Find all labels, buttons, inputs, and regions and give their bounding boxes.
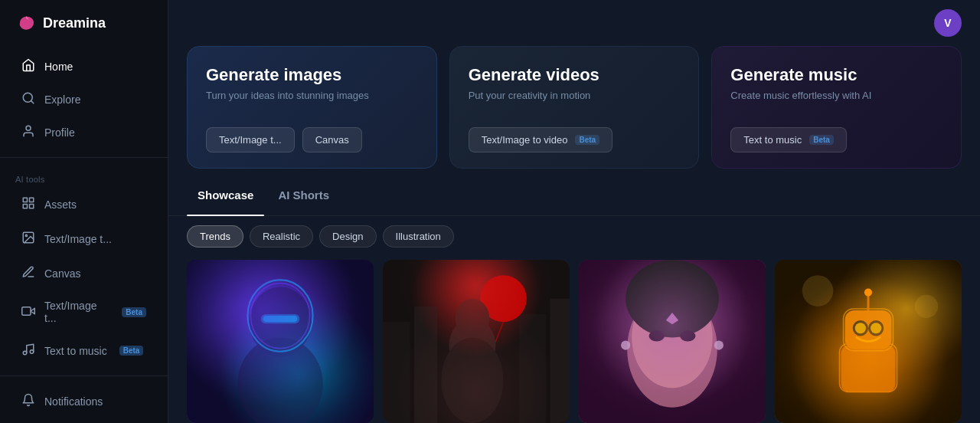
svg-point-36 — [632, 287, 712, 389]
sidebar-item-textimage1-label: Text/Image t... — [44, 233, 112, 245]
generate-images-title: Generate images — [206, 65, 418, 85]
sidebar-item-canvas-label: Canvas — [44, 267, 80, 280]
sidebar-item-notifications-label: Notifications — [44, 395, 103, 408]
sidebar-item-text-to-music[interactable]: Text to music Beta — [6, 335, 162, 366]
tab-ai-shorts[interactable]: AI Shorts — [267, 184, 340, 206]
text-music-beta-badge: Beta — [809, 135, 834, 145]
sidebar-item-canvas[interactable]: Canvas — [6, 257, 162, 289]
sidebar-item-explore[interactable]: Explore — [6, 84, 162, 115]
textimage-icon — [21, 231, 35, 247]
svg-point-52 — [853, 320, 868, 336]
generate-images-buttons: Text/Image t... Canvas — [206, 127, 418, 152]
text-image-button[interactable]: Text/Image t... — [206, 127, 295, 152]
sidebar-item-textimage2-label: Text/Image t... — [44, 300, 109, 324]
gallery-item-4[interactable] — [775, 260, 962, 423]
svg-rect-49 — [839, 344, 897, 392]
sidebar: Dreamina Home Explore — [0, 0, 168, 423]
filter-row: Trends Realistic Design Illustration — [168, 225, 980, 260]
showcase-tabs: Showcase AI Shorts — [168, 184, 980, 216]
svg-point-46 — [802, 275, 834, 307]
filter-trends[interactable]: Trends — [187, 225, 243, 248]
textimage2-icon — [21, 304, 35, 320]
svg-rect-6 — [30, 205, 34, 208]
svg-point-47 — [915, 295, 938, 318]
text-video-button[interactable]: Text/Image to video Beta — [469, 127, 612, 152]
svg-point-18 — [247, 280, 312, 351]
text-music-button[interactable]: Text to music Beta — [730, 127, 847, 152]
nav-divider — [0, 157, 168, 158]
svg-point-19 — [250, 283, 309, 348]
sidebar-item-explore-label: Explore — [44, 93, 80, 106]
filter-realistic[interactable]: Realistic — [250, 225, 313, 248]
filter-design[interactable]: Design — [319, 225, 376, 248]
sidebar-item-textimage1[interactable]: Text/Image t... — [6, 223, 162, 254]
generate-images-subtitle: Turn your ideas into stunning images — [206, 90, 418, 101]
sidebar-item-textimage2[interactable]: Text/Image t... Beta — [6, 292, 162, 332]
ai-tools-label: AI tools — [0, 166, 168, 187]
bell-icon — [21, 393, 35, 409]
svg-point-35 — [627, 291, 717, 408]
music-icon — [21, 343, 35, 359]
svg-point-54 — [855, 323, 866, 333]
svg-rect-25 — [414, 307, 437, 423]
sidebar-item-notifications[interactable]: Notifications — [6, 385, 162, 417]
canvas-button[interactable]: Canvas — [302, 127, 362, 152]
svg-point-11 — [23, 351, 27, 355]
svg-point-8 — [25, 234, 27, 236]
sidebar-item-home-label: Home — [44, 61, 73, 73]
svg-rect-45 — [775, 260, 962, 423]
dreamina-logo-icon — [15, 12, 37, 34]
svg-rect-43 — [775, 260, 962, 423]
logo-area[interactable]: Dreamina — [0, 0, 168, 49]
svg-point-57 — [864, 289, 872, 297]
svg-rect-21 — [263, 316, 298, 322]
user-avatar[interactable]: V — [934, 9, 962, 37]
svg-point-30 — [449, 318, 496, 372]
svg-rect-50 — [845, 310, 892, 349]
svg-rect-20 — [261, 314, 300, 323]
sidebar-item-home[interactable]: Home — [6, 51, 162, 82]
svg-marker-40 — [666, 313, 678, 324]
svg-rect-51 — [844, 309, 893, 351]
gallery-item-3[interactable] — [579, 260, 766, 423]
tab-showcase[interactable]: Showcase — [187, 184, 264, 206]
image-grid — [168, 260, 980, 423]
tools-divider — [0, 375, 168, 376]
svg-point-2 — [26, 126, 31, 130]
sidebar-item-profile[interactable]: Profile — [6, 116, 162, 148]
svg-point-37 — [626, 260, 719, 337]
svg-rect-3 — [23, 198, 27, 202]
canvas-btn-label: Canvas — [315, 134, 349, 146]
svg-rect-48 — [841, 346, 896, 392]
svg-rect-14 — [187, 260, 374, 423]
svg-rect-23 — [383, 260, 570, 423]
sidebar-item-text-to-music-label: Text to music — [44, 345, 107, 357]
generate-videos-title: Generate videos — [469, 65, 681, 85]
sidebar-item-assets[interactable]: Assets — [6, 189, 162, 220]
svg-point-12 — [30, 350, 34, 354]
generate-music-subtitle: Create music effortlessly with AI — [730, 90, 942, 101]
svg-rect-27 — [550, 299, 570, 423]
svg-line-1 — [31, 100, 33, 103]
svg-point-38 — [649, 330, 665, 341]
gallery-item-2[interactable] — [383, 260, 570, 423]
page-header: V — [168, 0, 980, 46]
generate-music-title: Generate music — [730, 65, 942, 85]
filter-illustration[interactable]: Illustration — [383, 225, 454, 248]
main-content: V Generate images Turn your ideas into s… — [168, 0, 980, 423]
gallery-item-1[interactable] — [187, 260, 374, 423]
svg-rect-15 — [187, 260, 374, 423]
svg-point-55 — [871, 323, 881, 333]
sidebar-item-profile-label: Profile — [44, 126, 75, 139]
textimage2-beta-badge: Beta — [122, 307, 146, 317]
svg-point-17 — [237, 337, 323, 423]
text-video-beta-badge: Beta — [575, 135, 599, 145]
app-name: Dreamina — [43, 15, 106, 31]
explore-icon — [21, 91, 35, 107]
text-video-btn-label: Text/Image to video — [482, 134, 568, 146]
svg-point-16 — [249, 287, 311, 357]
svg-point-41 — [621, 340, 630, 349]
home-icon — [21, 58, 35, 74]
assets-icon — [21, 196, 35, 212]
generate-images-card: Generate images Turn your ideas into stu… — [187, 46, 437, 169]
